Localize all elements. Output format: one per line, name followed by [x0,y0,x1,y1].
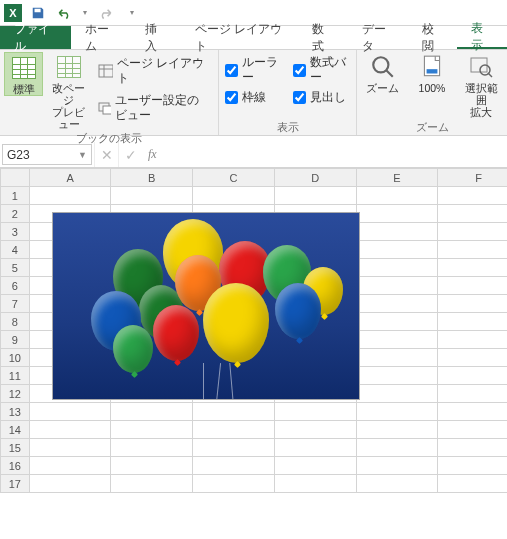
row-header[interactable]: 10 [1,349,30,367]
name-box[interactable]: G23 ▼ [2,144,92,165]
save-button[interactable] [28,3,48,23]
cell[interactable] [274,439,356,457]
row-header[interactable]: 5 [1,259,30,277]
cell[interactable] [438,385,507,403]
view-page-layout-button[interactable]: ページ レイアウト [94,54,214,88]
cell[interactable] [438,241,507,259]
col-header[interactable]: B [111,169,193,187]
cell[interactable] [438,367,507,385]
zoom-selection-button[interactable]: 選択範囲 拡大 [460,52,503,118]
row-header[interactable]: 15 [1,439,30,457]
undo-dropdown[interactable]: ▾ [80,3,90,23]
col-header[interactable]: F [438,169,507,187]
cell[interactable] [111,187,193,205]
row-header[interactable]: 11 [1,367,30,385]
row-header[interactable]: 13 [1,403,30,421]
cell[interactable] [111,403,193,421]
row-header[interactable]: 1 [1,187,30,205]
tab-home[interactable]: ホーム [71,26,131,49]
check-ruler-input[interactable] [225,64,238,77]
row-header[interactable]: 2 [1,205,30,223]
cell[interactable] [111,421,193,439]
check-ruler[interactable]: ルーラー [223,54,284,86]
cell[interactable] [274,187,356,205]
row-header[interactable]: 9 [1,331,30,349]
cell[interactable] [356,277,438,295]
view-custom-views-button[interactable]: ユーザー設定のビュー [94,91,214,125]
cell[interactable] [438,349,507,367]
cell[interactable] [29,475,111,493]
redo-button[interactable] [96,3,116,23]
cell[interactable] [438,313,507,331]
cell[interactable] [29,187,111,205]
cell[interactable] [274,421,356,439]
cell[interactable] [356,367,438,385]
cell[interactable] [438,331,507,349]
cell[interactable] [193,475,275,493]
cell[interactable] [438,187,507,205]
qat-customize-dropdown[interactable]: ▾ [122,3,142,23]
cell[interactable] [29,421,111,439]
tab-data[interactable]: データ [348,26,408,49]
cell[interactable] [438,475,507,493]
cell[interactable] [29,439,111,457]
tab-view[interactable]: 表示 [457,26,507,49]
cell[interactable] [438,205,507,223]
cell[interactable] [193,421,275,439]
cell[interactable] [438,403,507,421]
row-header[interactable]: 8 [1,313,30,331]
check-headings[interactable]: 見出し [291,89,352,106]
row-header[interactable]: 16 [1,457,30,475]
cell[interactable] [356,187,438,205]
check-gridlines[interactable]: 枠線 [223,89,284,106]
formula-input[interactable] [163,142,507,167]
zoom-button[interactable]: ズーム [361,52,404,94]
view-page-break-button[interactable]: 改ページ プレビュー [49,52,88,130]
check-gridlines-input[interactable] [225,91,238,104]
row-header[interactable]: 14 [1,421,30,439]
cell[interactable] [274,475,356,493]
cell[interactable] [111,475,193,493]
row-header[interactable]: 3 [1,223,30,241]
cell[interactable] [356,349,438,367]
cell[interactable] [111,439,193,457]
cell[interactable] [193,403,275,421]
tab-file[interactable]: ファイル [0,26,71,49]
cell[interactable] [356,475,438,493]
cell[interactable] [356,223,438,241]
check-formula-bar-input[interactable] [293,64,306,77]
cell[interactable] [29,457,111,475]
cell[interactable] [356,421,438,439]
check-headings-input[interactable] [293,91,306,104]
cell[interactable] [356,331,438,349]
cell[interactable] [356,205,438,223]
fx-icon[interactable]: fx [142,142,163,167]
view-normal-button[interactable]: 標準 [4,52,43,96]
cell[interactable] [274,457,356,475]
row-header[interactable]: 6 [1,277,30,295]
cell[interactable] [356,457,438,475]
cell[interactable] [193,187,275,205]
row-header[interactable]: 7 [1,295,30,313]
formula-cancel-button[interactable]: ✕ [94,142,118,167]
cell[interactable] [438,223,507,241]
check-formula-bar[interactable]: 数式バー [291,54,352,86]
cell[interactable] [111,457,193,475]
cell[interactable] [438,457,507,475]
chevron-down-icon[interactable]: ▼ [78,150,87,160]
cell[interactable] [356,295,438,313]
cell[interactable] [356,313,438,331]
select-all-corner[interactable] [1,169,30,187]
col-header[interactable]: D [274,169,356,187]
cell[interactable] [193,457,275,475]
embedded-picture-balloons[interactable] [52,212,360,400]
cell[interactable] [438,421,507,439]
cell[interactable] [356,439,438,457]
cell[interactable] [356,241,438,259]
col-header[interactable]: E [356,169,438,187]
cell[interactable] [438,439,507,457]
formula-enter-button[interactable]: ✓ [118,142,142,167]
row-header[interactable]: 17 [1,475,30,493]
cell[interactable] [356,403,438,421]
tab-insert[interactable]: 挿入 [131,26,181,49]
